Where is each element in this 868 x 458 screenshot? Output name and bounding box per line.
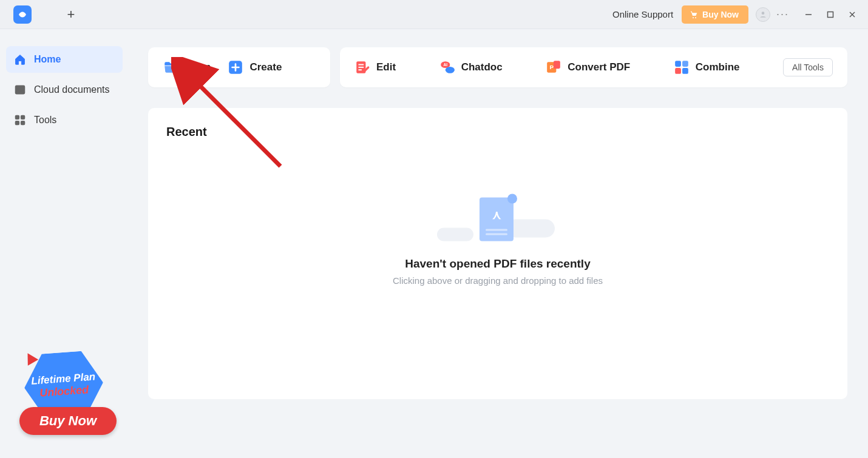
sidebar-item-tools[interactable]: Tools: [6, 107, 123, 133]
action-label: Open: [185, 61, 211, 73]
home-icon: [13, 53, 27, 66]
buy-now-label: Buy Now: [702, 10, 739, 19]
app-logo-icon: [13, 5, 32, 24]
avatar-icon[interactable]: [756, 7, 770, 22]
chatdoc-button[interactable]: AI Chatdoc: [439, 59, 503, 75]
titlebar: + Online Support Buy Now ···: [0, 0, 868, 29]
create-button[interactable]: Create: [228, 59, 282, 75]
folder-open-icon: [163, 59, 178, 75]
sidebar-item-label: Home: [34, 54, 61, 65]
action-label: Create: [249, 61, 282, 73]
promo-ribbon-icon: [22, 350, 38, 366]
sidebar: Home Cloud documents Tools Lifetime Plan…: [0, 29, 129, 458]
svg-rect-14: [359, 67, 364, 68]
edit-button[interactable]: Edit: [354, 59, 396, 75]
close-button[interactable]: [846, 10, 858, 19]
svg-rect-2: [828, 12, 833, 17]
svg-rect-22: [675, 61, 681, 67]
empty-heading: Haven't opened PDF files recently: [393, 257, 603, 271]
action-label: Combine: [696, 61, 740, 73]
svg-rect-9: [16, 121, 19, 125]
svg-point-0: [762, 12, 765, 15]
svg-point-18: [445, 67, 454, 73]
svg-rect-7: [16, 116, 19, 120]
action-row: Open Create Edit A: [148, 47, 847, 87]
svg-rect-23: [682, 61, 688, 67]
cloud-documents-icon: [13, 83, 27, 96]
promo-line2: Unlocked: [39, 383, 89, 400]
empty-subtext: Clicking above or dragging and dropping …: [393, 275, 603, 286]
promo-buy-now-button[interactable]: Buy Now: [19, 407, 117, 435]
svg-rect-8: [21, 116, 25, 120]
cart-icon: [689, 10, 699, 19]
combine-icon: [674, 59, 690, 75]
svg-rect-21: [554, 61, 560, 69]
action-label: Convert PDF: [568, 61, 630, 73]
minimize-button[interactable]: [802, 10, 815, 19]
chat-ai-icon: AI: [439, 59, 455, 75]
all-tools-button[interactable]: All Tools: [783, 58, 833, 76]
combine-button[interactable]: Combine: [674, 59, 740, 75]
svg-rect-13: [359, 64, 364, 66]
svg-rect-24: [675, 68, 681, 74]
open-button[interactable]: Open: [163, 59, 211, 75]
recent-panel: Recent ⋏ Haven't opened PDF files recent…: [148, 108, 847, 399]
sidebar-item-label: Tools: [34, 115, 56, 126]
more-menu-button[interactable]: ···: [776, 8, 789, 21]
svg-rect-15: [359, 69, 362, 70]
empty-state[interactable]: ⋏ Haven't opened PDF files recently Clic…: [393, 193, 603, 286]
action-card-primary: Open Create: [148, 47, 330, 87]
svg-text:P: P: [550, 64, 554, 70]
promo-badge[interactable]: Lifetime Plan Unlocked Buy Now: [12, 349, 115, 452]
recent-title: Recent: [166, 125, 829, 139]
sidebar-item-home[interactable]: Home: [6, 46, 123, 73]
svg-rect-10: [21, 121, 25, 125]
new-tab-button[interactable]: +: [62, 5, 80, 24]
svg-text:AI: AI: [443, 62, 447, 67]
action-label: Edit: [376, 61, 396, 73]
tools-icon: [13, 113, 27, 127]
sidebar-item-label: Cloud documents: [34, 84, 110, 95]
main-area: Open Create Edit A: [129, 29, 868, 458]
svg-rect-25: [682, 68, 688, 74]
empty-illustration-icon: ⋏: [437, 193, 558, 248]
convert-icon: P: [546, 59, 561, 75]
action-card-secondary: Edit AI Chatdoc P Convert PDF: [340, 47, 847, 87]
convert-pdf-button[interactable]: P Convert PDF: [546, 59, 630, 75]
online-support-link[interactable]: Online Support: [612, 9, 673, 19]
edit-icon: [354, 59, 370, 75]
sidebar-item-cloud-documents[interactable]: Cloud documents: [6, 76, 123, 103]
maximize-button[interactable]: [824, 10, 836, 19]
action-label: Chatdoc: [461, 61, 503, 73]
buy-now-button[interactable]: Buy Now: [682, 5, 748, 24]
plus-square-icon: [228, 59, 243, 75]
